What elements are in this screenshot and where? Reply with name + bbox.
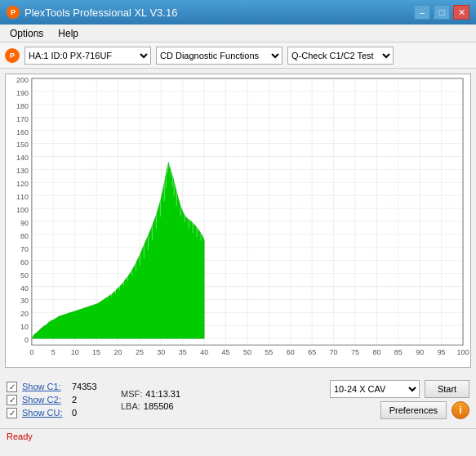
svg-text:50: 50 [20, 271, 29, 279]
svg-text:10: 10 [20, 323, 29, 331]
svg-text:130: 130 [16, 167, 29, 175]
show-c1-label[interactable]: Show C1: [22, 382, 67, 391]
svg-text:120: 120 [16, 180, 29, 188]
restore-button[interactable]: □ [434, 5, 450, 20]
svg-text:90: 90 [20, 219, 29, 227]
svg-text:50: 50 [243, 348, 251, 356]
device-select[interactable]: HA:1 ID:0 PX-716UF [24, 47, 151, 65]
svg-text:10: 10 [71, 348, 79, 356]
svg-text:60: 60 [20, 258, 29, 266]
speed-select[interactable]: 10-24 X CAV 4 X CLV 8 X CLV 16 X CLV Max… [330, 380, 420, 398]
chart-area: 200 190 180 170 160 150 140 130 120 110 … [5, 74, 471, 368]
speed-row: 10-24 X CAV 4 X CLV 8 X CLV 16 X CLV Max… [330, 380, 469, 398]
svg-text:30: 30 [157, 348, 165, 356]
window-controls: – □ ✕ [414, 5, 469, 20]
close-button[interactable]: ✕ [453, 5, 469, 20]
svg-text:35: 35 [179, 348, 187, 356]
show-c2-checkbox[interactable] [7, 395, 17, 405]
chart-svg: 200 190 180 170 160 150 140 130 120 110 … [6, 74, 470, 367]
svg-text:200: 200 [16, 76, 29, 84]
svg-text:20: 20 [114, 348, 122, 356]
svg-text:100: 100 [457, 348, 469, 356]
svg-text:80: 80 [372, 348, 380, 356]
status-text: Ready [7, 431, 33, 441]
svg-text:95: 95 [438, 348, 446, 356]
svg-text:160: 160 [16, 128, 29, 136]
svg-text:55: 55 [265, 348, 273, 356]
cu-row: Show CU: 0 [7, 408, 105, 418]
svg-text:75: 75 [351, 348, 359, 356]
show-cu-label[interactable]: Show CU: [22, 408, 67, 418]
c1-value: 74353 [72, 382, 105, 391]
measurements-panel: MSF: 41:13.31 LBA: 185506 [121, 389, 180, 411]
svg-text:40: 40 [20, 284, 29, 293]
msf-label: MSF: [121, 389, 142, 399]
svg-text:30: 30 [20, 297, 29, 305]
msf-value: 41:13.31 [145, 389, 180, 399]
start-button[interactable]: Start [425, 380, 469, 398]
lba-value: 185506 [144, 401, 174, 411]
title-bar: P PlexTools Professional XL V3.16 – □ ✕ [0, 0, 476, 25]
status-bar: Ready [0, 428, 476, 443]
menu-options[interactable]: Options [3, 26, 50, 41]
svg-text:0: 0 [29, 348, 33, 356]
svg-text:20: 20 [20, 310, 29, 318]
svg-text:85: 85 [394, 348, 403, 356]
svg-text:90: 90 [416, 348, 424, 356]
svg-text:170: 170 [16, 115, 29, 123]
svg-text:100: 100 [16, 206, 29, 214]
svg-text:5: 5 [51, 348, 56, 356]
svg-text:40: 40 [200, 348, 208, 356]
menu-bar: Options Help [0, 25, 476, 42]
svg-text:15: 15 [92, 348, 100, 356]
controls-panel: 10-24 X CAV 4 X CLV 8 X CLV 16 X CLV Max… [330, 380, 469, 419]
svg-text:65: 65 [308, 348, 316, 356]
preferences-button[interactable]: Preferences [380, 401, 447, 419]
svg-text:70: 70 [20, 245, 29, 253]
svg-text:0: 0 [24, 336, 29, 344]
svg-text:110: 110 [16, 193, 29, 201]
svg-text:70: 70 [330, 348, 338, 356]
show-c2-label[interactable]: Show C2: [22, 395, 67, 405]
toolbar: P HA:1 ID:0 PX-716UF CD Diagnostic Funct… [0, 42, 476, 69]
lba-label: LBA: [121, 401, 140, 411]
test-select[interactable]: Q-Check C1/C2 Test [287, 47, 394, 65]
svg-text:150: 150 [16, 141, 29, 150]
bottom-panel: Show C1: 74353 Show C2: 2 Show CU: 0 MSF… [0, 371, 476, 428]
c1-row: Show C1: 74353 [7, 382, 105, 392]
svg-text:140: 140 [16, 154, 29, 162]
svg-text:25: 25 [136, 348, 144, 356]
lba-row: LBA: 185506 [121, 401, 180, 411]
show-c1-checkbox[interactable] [7, 382, 17, 392]
info-button[interactable]: i [452, 401, 469, 419]
c2-value: 2 [72, 395, 105, 405]
svg-text:60: 60 [287, 348, 295, 356]
svg-text:180: 180 [16, 102, 29, 110]
svg-text:45: 45 [222, 348, 230, 356]
menu-help[interactable]: Help [51, 26, 85, 41]
function-select[interactable]: CD Diagnostic Functions [156, 47, 282, 65]
c2-row: Show C2: 2 [7, 395, 105, 405]
show-cu-checkbox[interactable] [7, 408, 17, 418]
cu-value: 0 [72, 408, 105, 418]
app-icon: P [7, 6, 20, 19]
pref-row: Preferences i [380, 401, 469, 419]
app-title: PlexTools Professional XL V3.16 [24, 7, 177, 19]
msf-row: MSF: 41:13.31 [121, 389, 180, 399]
stats-panel: Show C1: 74353 Show C2: 2 Show CU: 0 [7, 382, 105, 418]
minimize-button[interactable]: – [414, 5, 430, 20]
device-icon: P [5, 48, 20, 63]
svg-text:80: 80 [20, 232, 29, 240]
svg-text:190: 190 [16, 89, 29, 97]
